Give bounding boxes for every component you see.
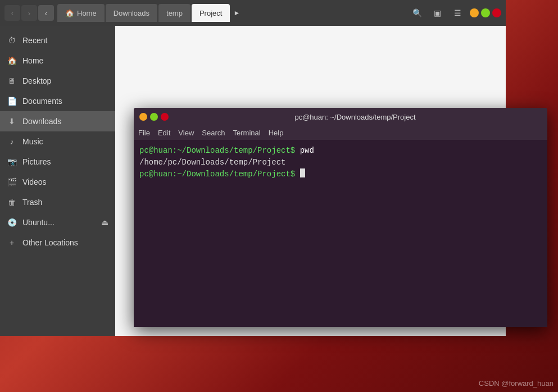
tab-downloads[interactable]: Downloads [106, 4, 157, 22]
terminal-titlebar: pc@huan: ~/Downloads/temp/Project [134, 108, 547, 126]
tab-downloads-label: Downloads [114, 9, 149, 17]
terminal-title: pc@huan: ~/Downloads/temp/Project [169, 113, 542, 121]
terminal-minimize-button[interactable] [139, 113, 147, 121]
sidebar-item-pictures[interactable]: 📷 Pictures [0, 152, 115, 172]
window-controls [470, 8, 501, 17]
sidebar-item-trash[interactable]: 🗑 Trash [0, 192, 115, 212]
sidebar-item-pictures-label: Pictures [22, 157, 51, 166]
terminal-cursor [300, 168, 305, 177]
minimize-button[interactable] [470, 8, 479, 17]
documents-icon: 📄 [7, 96, 17, 106]
menu-button[interactable]: ☰ [450, 5, 465, 21]
sidebar-item-videos[interactable]: 🎬 Videos [0, 172, 115, 192]
sidebar-item-downloads[interactable]: ⬇ Downloads [0, 111, 115, 131]
terminal-menu-edit[interactable]: Edit [158, 129, 170, 137]
sidebar-item-ubuntu[interactable]: 💿 Ubuntu... ⏏ [0, 212, 115, 233]
trash-icon: 🗑 [7, 197, 17, 207]
terminal-line-2: /home/pc/Downloads/temp/Project [139, 157, 542, 168]
forward-button[interactable]: › [21, 5, 37, 21]
sidebar-item-ubuntu-label: Ubuntu... [22, 218, 55, 227]
close-button[interactable] [492, 8, 501, 17]
tab-project-label: Project [199, 9, 222, 17]
terminal-menu-search[interactable]: Search [202, 129, 225, 137]
terminal-window: pc@huan: ~/Downloads/temp/Project File E… [134, 108, 547, 327]
terminal-window-controls [139, 113, 169, 121]
other-locations-icon: + [7, 238, 17, 248]
terminal-close-button[interactable] [161, 113, 169, 121]
terminal-prompt-2: pc@huan:~/Downloads/temp/Project$ [139, 168, 295, 180]
terminal-command-1: pwd [295, 145, 314, 157]
terminal-maximize-button[interactable] [150, 113, 158, 121]
home-icon: 🏠 [7, 56, 17, 66]
terminal-menu-file[interactable]: File [138, 129, 150, 137]
sidebar-item-desktop[interactable]: 🖥 Desktop [0, 71, 115, 91]
videos-icon: 🎬 [7, 177, 17, 187]
terminal-menu-terminal[interactable]: Terminal [233, 129, 261, 137]
tab-temp-label: temp [166, 9, 183, 17]
terminal-menu: File Edit View Search Terminal Help [134, 126, 547, 140]
tabs-area: 🏠 Home Downloads temp Project ► [57, 4, 405, 22]
ubuntu-icon: 💿 [7, 217, 17, 227]
downloads-icon: ⬇ [7, 116, 17, 126]
terminal-line-1: pc@huan:~/Downloads/temp/Project$ pwd [139, 145, 542, 157]
terminal-prompt-1: pc@huan:~/Downloads/temp/Project$ [139, 145, 295, 157]
terminal-output-1: /home/pc/Downloads/temp/Project [139, 157, 285, 168]
sidebar-item-downloads-label: Downloads [22, 117, 61, 126]
pictures-icon: 📷 [7, 157, 17, 167]
sidebar-item-documents-label: Documents [22, 97, 62, 106]
maximize-button[interactable] [481, 8, 490, 17]
sidebar-item-recent-label: Recent [22, 36, 47, 45]
terminal-line-3: pc@huan:~/Downloads/temp/Project$ [139, 168, 542, 180]
sidebar-item-other-locations[interactable]: + Other Locations [0, 233, 115, 253]
up-button[interactable]: ‹ [38, 5, 54, 21]
sidebar-item-other-locations-label: Other Locations [22, 238, 78, 247]
sidebar-item-trash-label: Trash [22, 198, 42, 207]
sidebar-item-home[interactable]: 🏠 Home [0, 51, 115, 71]
home-tab-icon: 🏠 [65, 9, 74, 17]
sidebar: ⏱ Recent 🏠 Home 🖥 Desktop 📄 Documents ⬇ … [0, 26, 115, 336]
sidebar-item-music[interactable]: ♪ Music [0, 131, 115, 152]
music-icon: ♪ [7, 136, 17, 147]
tab-temp[interactable]: temp [158, 4, 190, 22]
terminal-body[interactable]: pc@huan:~/Downloads/temp/Project$ pwd /h… [134, 140, 547, 327]
nav-buttons: ‹ › ‹ [4, 5, 54, 21]
back-button[interactable]: ‹ [4, 5, 20, 21]
titlebar: ‹ › ‹ 🏠 Home Downloads temp Project ► 🔍 … [0, 0, 506, 26]
tab-home-label: Home [77, 9, 97, 17]
sidebar-item-home-label: Home [22, 56, 43, 65]
view-toggle-button[interactable]: ▣ [429, 5, 445, 21]
watermark: CSDN @forward_huan [479, 379, 554, 388]
terminal-command-2 [295, 168, 300, 180]
tab-home[interactable]: 🏠 Home [57, 4, 105, 22]
titlebar-actions: 🔍 ▣ ☰ [409, 5, 465, 21]
tab-project[interactable]: Project [192, 4, 230, 22]
terminal-menu-help[interactable]: Help [269, 129, 284, 137]
desktop-icon: 🖥 [7, 76, 17, 86]
sidebar-item-videos-label: Videos [22, 177, 47, 186]
sidebar-item-music-label: Music [22, 137, 43, 146]
search-button[interactable]: 🔍 [409, 5, 425, 21]
eject-icon[interactable]: ⏏ [101, 218, 108, 227]
sidebar-item-desktop-label: Desktop [22, 76, 51, 85]
sidebar-item-documents[interactable]: 📄 Documents [0, 91, 115, 111]
sidebar-item-recent[interactable]: ⏱ Recent [0, 30, 115, 51]
tab-more-arrow[interactable]: ► [231, 7, 242, 19]
terminal-menu-view[interactable]: View [178, 129, 194, 137]
recent-icon: ⏱ [7, 35, 17, 45]
